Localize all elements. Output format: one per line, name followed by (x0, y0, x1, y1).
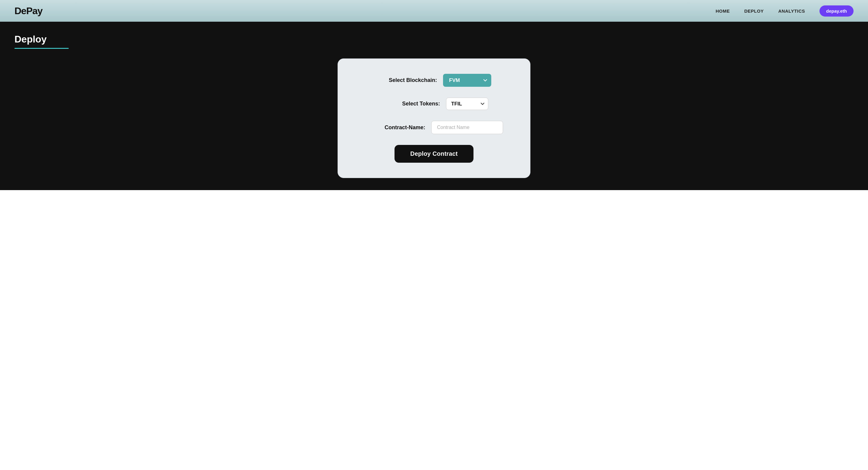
tokens-label: Select Tokens: (380, 101, 440, 107)
tokens-row: Select Tokens: TFIL FIL ETH USDC (356, 98, 512, 110)
logo[interactable]: DePay (14, 5, 42, 17)
contract-name-row: Contract-Name: (356, 121, 512, 134)
tokens-select[interactable]: TFIL FIL ETH USDC (446, 98, 488, 110)
logo-pay: Pay (26, 5, 42, 16)
page-title-container: Deploy (14, 34, 854, 49)
nav-deploy[interactable]: DEPLOY (744, 8, 764, 13)
blockchain-label: Select Blockchain: (377, 77, 437, 84)
nav-home[interactable]: HOME (715, 8, 730, 13)
title-underline (14, 48, 69, 49)
contract-name-label: Contract-Name: (365, 124, 425, 131)
page-title: Deploy (14, 34, 854, 45)
navigation: HOME DEPLOY ANALYTICS depay.eth (715, 5, 854, 17)
white-section (0, 190, 868, 311)
blockchain-select[interactable]: FVM Ethereum Polygon BSC (443, 74, 491, 87)
deploy-button-row: Deploy Contract (356, 145, 512, 163)
logo-de: De (14, 5, 26, 16)
blockchain-row: Select Blockchain: FVM Ethereum Polygon … (356, 74, 512, 87)
nav-analytics[interactable]: ANALYTICS (778, 8, 805, 13)
main-content: Deploy Select Blockchain: FVM Ethereum P… (0, 22, 868, 190)
wallet-button[interactable]: depay.eth (819, 5, 854, 17)
contract-name-input[interactable] (431, 121, 503, 134)
deploy-card: Select Blockchain: FVM Ethereum Polygon … (338, 58, 530, 178)
header: DePay HOME DEPLOY ANALYTICS depay.eth (0, 0, 868, 22)
deploy-contract-button[interactable]: Deploy Contract (395, 145, 473, 163)
